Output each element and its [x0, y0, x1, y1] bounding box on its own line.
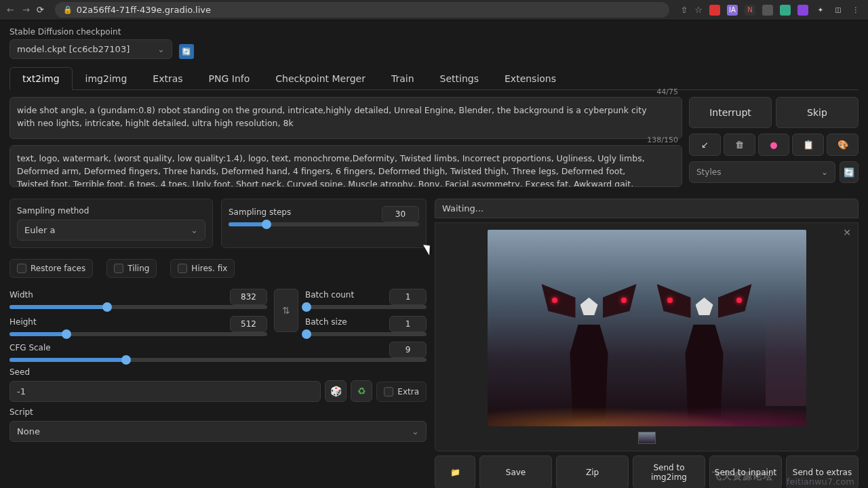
watermark-1: 飞天资源论坛: [712, 470, 773, 483]
batch-size-value[interactable]: 1: [389, 316, 427, 332]
url-bar[interactable]: 🔒 02a56ff4-71ff-439e.gradio.live: [55, 2, 670, 18]
lock-icon: 🔒: [63, 5, 73, 14]
ext-icon-3[interactable]: N: [745, 5, 755, 16]
interrupt-button[interactable]: Interrupt: [689, 97, 772, 128]
sampling-steps-label: Sampling steps: [229, 207, 291, 217]
folder-button[interactable]: 📁: [435, 455, 475, 488]
reuse-seed-button[interactable]: ♻: [351, 380, 372, 402]
height-slider[interactable]: [9, 332, 267, 336]
width-value[interactable]: 832: [230, 289, 267, 305]
tab-txt2img[interactable]: txt2img: [9, 67, 73, 90]
random-seed-button[interactable]: 🎲: [325, 380, 347, 402]
status-bar: Waiting...: [435, 199, 859, 218]
cfg-value[interactable]: 9: [389, 342, 427, 358]
tab-settings[interactable]: Settings: [427, 67, 492, 89]
extension-icons: IA N ✦ ◫ ⋮: [709, 5, 861, 16]
chevron-down-icon: ⌄: [412, 426, 419, 436]
width-slider[interactable]: [9, 305, 267, 309]
panel-icon[interactable]: ◫: [833, 5, 844, 16]
sampling-method-select[interactable]: Euler a ⌄: [17, 220, 205, 241]
cfg-slider[interactable]: [9, 358, 427, 362]
sampling-steps-value[interactable]: 30: [382, 206, 419, 222]
negative-prompt-input[interactable]: [9, 145, 682, 187]
tabs: txt2img img2img Extras PNG Info Checkpoi…: [9, 67, 859, 90]
width-label: Width: [9, 290, 33, 300]
height-value[interactable]: 512: [230, 316, 267, 332]
output-image-area: ✕: [435, 222, 859, 451]
chevron-down-icon: ⌄: [191, 225, 198, 235]
height-label: Height: [9, 317, 37, 327]
browser-chrome: ← → ⟳ 🔒 02a56ff4-71ff-439e.gradio.live ⇧…: [0, 0, 868, 20]
tab-img2img[interactable]: img2img: [73, 67, 140, 89]
thumbnail[interactable]: [638, 432, 656, 444]
generated-image[interactable]: [488, 230, 806, 426]
save-button[interactable]: Save: [479, 455, 552, 488]
arrow-button[interactable]: ↙: [689, 134, 721, 156]
thumbnail-strip: [638, 432, 656, 444]
style-button-2[interactable]: 🎨: [827, 134, 859, 156]
refresh-checkpoint-button[interactable]: 🔄: [179, 44, 194, 59]
forward-icon[interactable]: →: [22, 5, 30, 15]
batch-count-label: Batch count: [305, 290, 354, 300]
chevron-down-icon: ⌄: [157, 44, 165, 54]
script-select[interactable]: None ⌄: [9, 421, 427, 442]
styles-label: Styles: [696, 167, 721, 177]
clipboard-button[interactable]: 📋: [792, 134, 824, 156]
styles-select[interactable]: Styles ⌄: [689, 161, 835, 183]
checkpoint-label: Stable Diffusion checkpoint: [9, 27, 172, 37]
checkpoint-select[interactable]: model.ckpt [cc6cb27103] ⌄: [9, 39, 172, 59]
cfg-label: CFG Scale: [9, 343, 51, 352]
hires-fix-check[interactable]: Hires. fix: [170, 259, 235, 278]
restore-faces-check[interactable]: Restore faces: [9, 259, 93, 278]
sampling-steps-slider[interactable]: [229, 222, 419, 226]
seed-label: Seed: [9, 367, 321, 377]
style-button-1[interactable]: ●: [758, 134, 790, 156]
send-img2img-button[interactable]: Send to img2img: [633, 455, 705, 488]
tab-extras[interactable]: Extras: [140, 67, 195, 89]
ext-icon-2[interactable]: IA: [727, 5, 738, 16]
zip-button[interactable]: Zip: [556, 455, 629, 488]
batch-count-slider[interactable]: [305, 305, 427, 309]
tab-merger[interactable]: Checkpoint Merger: [262, 67, 378, 89]
menu-icon[interactable]: ⋮: [850, 5, 861, 16]
tab-extensions[interactable]: Extensions: [492, 67, 569, 89]
ext-icon-6[interactable]: [797, 5, 808, 16]
batch-size-slider[interactable]: [305, 332, 427, 336]
prompt-input[interactable]: [9, 97, 682, 139]
clear-button[interactable]: 🗑: [724, 134, 755, 156]
puzzle-icon[interactable]: ✦: [815, 5, 826, 16]
url-text: 02a56ff4-71ff-439e.gradio.live: [77, 5, 211, 15]
ext-icon-4[interactable]: [762, 5, 773, 16]
ext-icon-1[interactable]: [709, 5, 720, 16]
share-icon[interactable]: ⇧: [680, 5, 688, 15]
swap-dims-button[interactable]: ⇅: [274, 289, 298, 332]
back-icon[interactable]: ←: [7, 5, 14, 15]
close-icon[interactable]: ✕: [843, 227, 851, 238]
neg-prompt-counter: 138/150: [647, 136, 678, 144]
skip-button[interactable]: Skip: [776, 97, 859, 128]
tab-train[interactable]: Train: [378, 67, 427, 89]
seed-input[interactable]: [9, 381, 321, 402]
watermark-2: feitianwu7.com: [787, 476, 854, 487]
batch-count-value[interactable]: 1: [389, 289, 427, 305]
tab-pnginfo[interactable]: PNG Info: [196, 67, 263, 89]
apply-styles-button[interactable]: 🔄: [840, 161, 859, 183]
tiling-check[interactable]: Tiling: [106, 259, 157, 278]
prompt-counter: 44/75: [656, 87, 678, 96]
script-label: Script: [9, 407, 427, 417]
ext-icon-5[interactable]: [780, 5, 791, 16]
chevron-down-icon: ⌄: [821, 167, 828, 177]
batch-size-label: Batch size: [305, 317, 347, 327]
reload-icon[interactable]: ⟳: [37, 5, 44, 15]
star-icon[interactable]: ☆: [694, 5, 703, 15]
checkpoint-value: model.ckpt [cc6cb27103]: [17, 44, 130, 54]
extra-seed-check[interactable]: Extra: [376, 382, 427, 402]
sampling-method-label: Sampling method: [17, 206, 205, 216]
